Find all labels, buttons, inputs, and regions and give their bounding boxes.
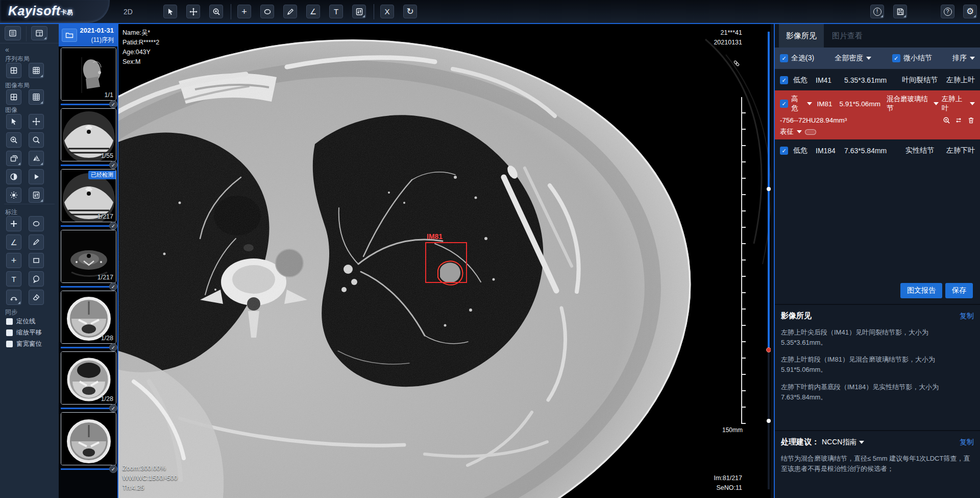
- ann-pencil-button[interactable]: [29, 234, 44, 250]
- nodule-row-selected[interactable]: ✓ 高危 IM81 5.91*5.06mm 混合磨玻璃结节 左肺上叶 -756-…: [775, 90, 980, 139]
- side-invert-button[interactable]: [6, 169, 21, 184]
- selected-bar: [61, 468, 112, 470]
- ann-crosshair-button[interactable]: [6, 216, 21, 231]
- chevron-down-icon[interactable]: [859, 441, 864, 444]
- chevron-down-icon[interactable]: [934, 102, 939, 105]
- thumbnail-item[interactable]: 1/28 ✓: [61, 351, 116, 405]
- check-icon[interactable]: ✓: [109, 282, 117, 291]
- save-button[interactable]: 保存: [945, 283, 973, 298]
- sort-dropdown[interactable]: 排序: [952, 54, 975, 63]
- reset-button[interactable]: ↻: [403, 5, 417, 18]
- checkbox-checked[interactable]: ✓: [780, 147, 788, 155]
- image-layout-grid-button[interactable]: [29, 89, 44, 105]
- side-rotate-button[interactable]: [6, 151, 21, 166]
- copy-advice-link[interactable]: 复制: [960, 438, 974, 447]
- series-layout-grid-button[interactable]: [29, 63, 44, 78]
- window-level-tool-button[interactable]: [352, 5, 366, 18]
- angle-tool-button[interactable]: ∠: [306, 5, 320, 18]
- side-pan-button[interactable]: [29, 114, 44, 129]
- ct-image[interactable]: IM81: [118, 24, 771, 498]
- checkbox-checked[interactable]: ✓: [780, 76, 788, 84]
- ann-eraser-button[interactable]: [29, 290, 44, 305]
- check-icon[interactable]: ✓: [109, 222, 117, 230]
- thumbnail-item[interactable]: ✓: [61, 412, 116, 465]
- chevron-down-icon[interactable]: [797, 130, 802, 133]
- settings-button[interactable]: ⚙: [963, 5, 977, 18]
- image-layout-2x2-button[interactable]: [6, 89, 21, 105]
- scrollbar-dot[interactable]: [767, 419, 771, 423]
- thumbnail-item[interactable]: 1/55 ✓: [61, 108, 116, 161]
- side-brightness-button[interactable]: [6, 187, 21, 203]
- copy-findings-link[interactable]: 复制: [960, 312, 974, 321]
- cursor-tool-button[interactable]: [163, 5, 177, 18]
- ann-rectangle-button[interactable]: [29, 253, 44, 268]
- side-zoom-in-button[interactable]: [6, 132, 21, 148]
- side-cursor-button[interactable]: [6, 114, 21, 129]
- checkbox[interactable]: [6, 329, 13, 336]
- ann-angle-button[interactable]: ∠: [6, 234, 21, 250]
- pencil-tool-button[interactable]: [283, 5, 297, 18]
- save-image-button[interactable]: [893, 5, 907, 18]
- tab-image-findings[interactable]: 影像所见: [779, 24, 824, 48]
- sync-window-checkbox[interactable]: 窗宽窗位: [6, 340, 42, 348]
- ann-comment-button[interactable]: [29, 271, 44, 287]
- tab-image-view[interactable]: 图片查看: [825, 24, 870, 48]
- side-magnifier-button[interactable]: [29, 132, 44, 148]
- chevron-down-icon[interactable]: [807, 102, 812, 105]
- sync-localizer-checkbox[interactable]: 定位线: [6, 317, 36, 326]
- micro-nodule-checkbox[interactable]: ✓微小结节: [892, 54, 932, 63]
- nodule-row[interactable]: ✓ 低危 IM184 7.63*5.84mm 实性结节 左肺下叶: [775, 141, 980, 160]
- crosshair-tool-button[interactable]: +: [237, 5, 251, 18]
- checkbox-checked[interactable]: ✓: [780, 100, 788, 108]
- ann-ellipse-button[interactable]: [29, 216, 44, 231]
- nodule-position-dot[interactable]: [766, 347, 771, 352]
- delete-annotation-button[interactable]: X: [380, 5, 394, 18]
- help-button[interactable]: ?: [941, 5, 954, 18]
- locate-zoom-icon[interactable]: [943, 116, 950, 124]
- thumbnail-item[interactable]: 1/28 ✓: [61, 291, 116, 344]
- ellipse-tool-button[interactable]: [260, 5, 274, 18]
- select-all-checkbox[interactable]: ✓全选(3): [780, 54, 814, 63]
- sync-zoom-pan-checkbox[interactable]: 缩放平移: [6, 328, 42, 337]
- scrollbar-thumb[interactable]: [767, 187, 771, 191]
- thumbnail-item[interactable]: 1/1 ✓: [61, 48, 116, 101]
- checkbox[interactable]: [6, 318, 13, 325]
- report-info-button[interactable]: !: [870, 5, 884, 18]
- check-icon[interactable]: ✓: [109, 100, 117, 108]
- chevron-down-icon[interactable]: [970, 102, 975, 105]
- check-icon[interactable]: ✓: [109, 465, 117, 473]
- check-icon[interactable]: ✓: [109, 161, 117, 169]
- compare-icon[interactable]: [955, 116, 963, 124]
- series-list-button[interactable]: [5, 26, 21, 40]
- side-cine-play-button[interactable]: [29, 169, 44, 184]
- density-dropdown[interactable]: 全部密度: [835, 54, 871, 63]
- checkbox[interactable]: [6, 341, 13, 347]
- feature-toggle[interactable]: [805, 129, 816, 135]
- trash-icon[interactable]: [967, 116, 975, 124]
- thumbnail-item[interactable]: 已经检测 1/217 ✓: [61, 169, 116, 222]
- check-icon[interactable]: ✓: [109, 343, 117, 351]
- ann-text-button[interactable]: T: [6, 271, 21, 287]
- report-button[interactable]: 图文报告: [900, 283, 942, 298]
- text-tool-button[interactable]: T: [329, 5, 343, 18]
- series-layout-2x2-button[interactable]: [6, 63, 21, 78]
- side-window-level-button[interactable]: [29, 187, 44, 203]
- ann-arc-button[interactable]: [6, 290, 21, 305]
- dome-icon: [10, 293, 18, 301]
- link-icon[interactable]: [733, 60, 740, 67]
- ann-plus-button[interactable]: +: [6, 253, 21, 268]
- open-study-button[interactable]: [62, 29, 77, 42]
- collapse-sidebar-button[interactable]: «: [5, 45, 9, 54]
- slice-scrollbar[interactable]: [768, 32, 770, 489]
- checkbox-checked[interactable]: ✓: [780, 54, 788, 62]
- thumbnail-item[interactable]: 1/217 ✓: [61, 230, 116, 283]
- pan-tool-button[interactable]: [186, 5, 200, 18]
- guideline-dropdown[interactable]: NCCN指南: [822, 438, 856, 447]
- layout-preset-button[interactable]: [31, 26, 47, 40]
- ct-viewport[interactable]: IM81 Name:吴*Patid:R*****2 Age:043YSex:M …: [118, 24, 771, 498]
- zoom-tool-button[interactable]: [209, 5, 223, 18]
- checkbox-checked[interactable]: ✓: [892, 54, 900, 62]
- check-icon[interactable]: ✓: [109, 404, 117, 412]
- side-flip-button[interactable]: [29, 151, 44, 166]
- nodule-row[interactable]: ✓ 低危 IM41 5.35*3.61mm 叶间裂结节 左肺上叶: [775, 71, 980, 89]
